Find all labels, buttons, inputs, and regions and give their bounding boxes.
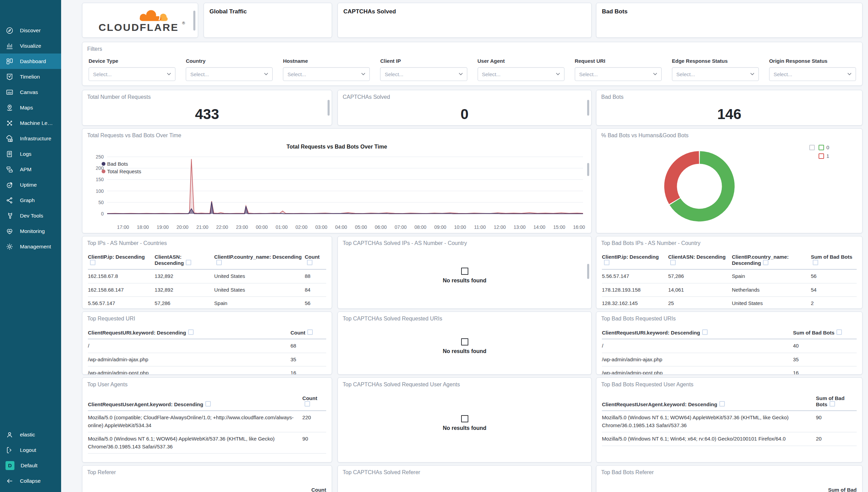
panel-captcha-uri: Top CAPTCHAs Solved Requested URIs No re… (338, 312, 592, 375)
scrollbar-thumb[interactable] (328, 100, 330, 116)
table-cell: 162.158.67.8 (88, 269, 155, 283)
legend-toggle-icon[interactable] (809, 145, 815, 150)
column-header[interactable]: Count (88, 487, 326, 492)
dashboard-icon (5, 57, 14, 66)
table-cell: 57,286 (668, 269, 732, 283)
metric-value-total-requests: 433 (82, 106, 332, 122)
sidebar-footer-elastic[interactable]: elastic (0, 427, 61, 442)
column-header[interactable]: Count (302, 393, 326, 411)
sidebar-item-infrastructure[interactable]: Infrastructure (0, 131, 61, 146)
sort-icon[interactable] (307, 260, 312, 265)
filter-select-client-ip[interactable]: Select... (380, 67, 467, 81)
sidebar-footer-logout[interactable]: Logout (0, 442, 61, 458)
filter-select-user-agent[interactable]: Select... (478, 67, 564, 81)
panel-title: Top CAPTCHAs Solved IPs - AS Number - Co… (338, 236, 591, 246)
sidebar-item-maps[interactable]: Maps (0, 100, 61, 115)
table-cell: 162.158.68.147 (88, 283, 155, 297)
chevron-down-icon (556, 73, 560, 75)
sidebar-item-visualize[interactable]: Visualize (0, 38, 61, 54)
column-header[interactable]: ClientRequestUserAgent.keyword: Descendi… (602, 393, 816, 411)
column-header[interactable]: ClientIP.country_name: Descending (732, 252, 811, 269)
table-row: 178.128.193.15814,061Netherlands54 (602, 283, 857, 297)
column-header[interactable]: Sum of Bad (602, 487, 857, 492)
sort-icon[interactable] (836, 329, 842, 335)
table-cell: /wp-admin/admin-ajax.php (602, 353, 793, 366)
sidebar-item-management[interactable]: Management (0, 239, 61, 254)
sidebar-item-machine-le[interactable]: Machine Le… (0, 115, 61, 131)
sort-icon[interactable] (702, 329, 708, 335)
filter-select-request-uri[interactable]: Select... (575, 67, 662, 81)
panel-title: Top User Agents (82, 378, 332, 388)
sort-icon[interactable] (205, 401, 211, 407)
sidebar-item-timelion[interactable]: Timelion (0, 69, 61, 84)
sidebar-item-apm[interactable]: APM (0, 162, 61, 177)
scrollbar-thumb[interactable] (587, 264, 589, 279)
chevron-down-icon (264, 73, 268, 75)
scrollbar-thumb[interactable] (193, 11, 195, 31)
column-header[interactable]: Sum of Bad Bots (816, 393, 857, 411)
top-user-agents-table: ClientRequestUserAgent.keyword: Descendi… (88, 393, 326, 454)
sidebar-item-dev-tools[interactable]: Dev Tools (0, 208, 61, 223)
sidebar-item-dashboard[interactable]: Dashboard (0, 54, 61, 69)
table-header-row: ClientIP.ip: DescendingClientASN: Descen… (602, 252, 857, 269)
column-header[interactable]: ClientASN: Descending (155, 252, 214, 269)
sort-icon[interactable] (830, 401, 835, 407)
table-header-row: ClientRequestURI.keyword: DescendingCoun… (88, 327, 326, 339)
panel-title: Top Bad Bots Requested URIs (596, 312, 862, 322)
panel-bad-bots-uri: Top Bad Bots Requested URIs ClientReques… (596, 312, 863, 375)
legend-item-0[interactable]: 0 (809, 144, 829, 150)
chevron-down-icon (167, 73, 171, 75)
column-header[interactable]: ClientRequestUserAgent.keyword: Descendi… (88, 393, 302, 411)
column-header[interactable]: ClientIP.ip: Descending (88, 252, 155, 269)
sidebar-footer-collapse[interactable]: Collapse (0, 473, 61, 489)
column-header[interactable]: Count (305, 252, 326, 269)
sidebar-item-graph[interactable]: Graph (0, 192, 61, 208)
placeholder-icon (461, 268, 468, 275)
sort-icon[interactable] (719, 401, 725, 407)
sort-icon[interactable] (305, 401, 310, 407)
column-header[interactable]: ClientIP.ip: Descending (602, 252, 668, 269)
filter-select-device-type[interactable]: Select... (89, 67, 175, 81)
filter-select-edge-response-status[interactable]: Select... (672, 67, 759, 81)
sort-icon[interactable] (307, 329, 313, 335)
cloudflare-cloud-icon (140, 10, 168, 21)
column-header[interactable]: ClientRequestURI.keyword: Descending (602, 327, 793, 339)
uptime-icon (5, 181, 14, 189)
sidebar-footer: elasticLogoutDDefaultCollapse (0, 427, 61, 489)
sidebar-item-canvas[interactable]: Canvas (0, 84, 61, 100)
sort-icon[interactable] (763, 260, 768, 265)
sidebar-item-monitoring[interactable]: Monitoring (0, 223, 61, 239)
filter-select-hostname[interactable]: Select... (283, 67, 370, 81)
table-cell: Mozilla/5.0 (Windows NT 6.1; Win64; x64;… (602, 432, 816, 446)
column-header[interactable]: ClientASN: Descending (668, 252, 732, 269)
table-row: /wp-admin/admin-post.php16 (602, 366, 857, 375)
svg-text:200: 200 (96, 165, 104, 171)
column-header[interactable]: ClientRequestURI.keyword: Descending (88, 327, 290, 339)
sort-icon[interactable] (670, 260, 676, 265)
column-header[interactable]: Count (290, 327, 326, 339)
svg-text:150: 150 (96, 177, 104, 182)
scrollbar-thumb[interactable] (587, 100, 589, 116)
column-header[interactable]: ClientIP.country_name: Descending (214, 252, 305, 269)
sidebar-item-uptime[interactable]: Uptime (0, 177, 61, 192)
svg-text:14:00: 14:00 (533, 224, 545, 230)
sort-icon[interactable] (813, 260, 818, 265)
panel-title: Top Referer (82, 466, 332, 476)
sort-icon[interactable] (186, 260, 191, 265)
legend-item-1[interactable]: 1 (819, 153, 829, 159)
sidebar-item-discover[interactable]: Discover (0, 23, 61, 38)
sidebar-footer-default[interactable]: DDefault (0, 458, 61, 473)
sidebar-item-logs[interactable]: Logs (0, 146, 61, 162)
table-cell: 132,892 (155, 269, 214, 283)
sort-icon[interactable] (216, 260, 222, 265)
filter-select-country[interactable]: Select... (186, 67, 273, 81)
scrollbar-thumb[interactable] (587, 163, 589, 176)
sort-icon[interactable] (90, 260, 95, 265)
sort-icon[interactable] (188, 329, 194, 335)
column-header[interactable]: Sum of Bad Bots (793, 327, 857, 339)
sort-icon[interactable] (604, 260, 609, 265)
column-header[interactable]: Sum of Bad Bots (811, 252, 857, 269)
table-cell: 16 (793, 366, 857, 375)
svg-text:02:00: 02:00 (295, 224, 307, 230)
filter-select-origin-response-status[interactable]: Select... (769, 67, 856, 81)
